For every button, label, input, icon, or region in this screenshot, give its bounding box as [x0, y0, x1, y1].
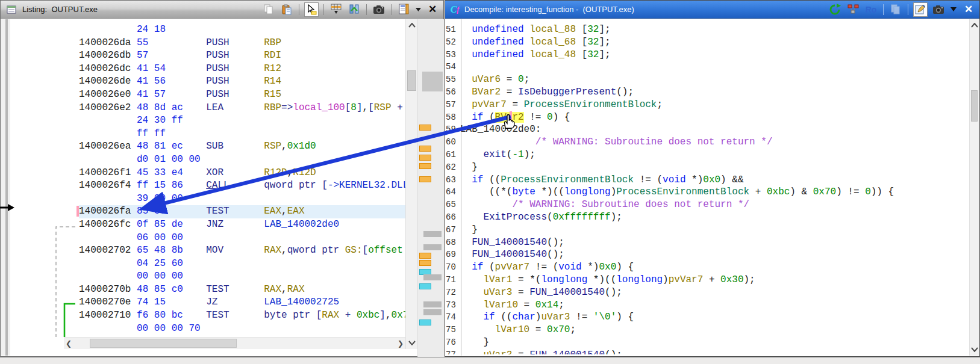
listing-row[interactable]: 06 00 00 — [79, 232, 405, 245]
decompile-title: Decompile: interesting_function - (OUTPU… — [464, 5, 634, 14]
close-icon[interactable]: ✕ — [425, 2, 440, 17]
listing-row[interactable]: 24 30 ff — [79, 114, 405, 128]
overview-marker-bar[interactable] — [417, 19, 444, 357]
overview-mark — [419, 253, 431, 259]
diff-view-icon[interactable] — [347, 2, 361, 17]
listing-row[interactable]: 140002710 f6 80 bc TEST byte ptr [RAX + … — [79, 309, 405, 322]
dropdown-arrow-icon[interactable] — [414, 2, 422, 17]
decompile-line[interactable]: 77 uVar3 = FUN_140001540(); — [446, 349, 970, 354]
edit-icon[interactable] — [913, 2, 928, 17]
decompile-line[interactable]: 62 } — [446, 161, 970, 174]
graph-icon[interactable] — [846, 2, 860, 17]
decompile-titlebar[interactable]: Cf Decompile: interesting_function - (OU… — [445, 1, 979, 19]
text-cursor — [76, 206, 79, 217]
listing-row[interactable]: 04 25 60 — [79, 258, 405, 271]
decompile-line[interactable]: 75 lVar10 = 0x70; — [446, 324, 970, 336]
listing-row[interactable]: 39 00 00 — [79, 193, 405, 206]
listing-row[interactable]: 1400026fc 0f 85 de JNZ LAB_140002de0 — [79, 218, 405, 232]
snapshot-icon[interactable] — [372, 2, 386, 17]
listing-row[interactable]: 1400026dc 41 54 PUSH R12 — [79, 63, 405, 76]
listing-row[interactable]: d0 01 00 00 — [79, 153, 405, 167]
decompile-line[interactable]: 68 FUN_140001540(); — [446, 236, 970, 249]
listing-row[interactable]: 1400026e0 41 57 PUSH R15 — [79, 88, 405, 102]
scroll-right-icon[interactable]: ❯ — [396, 338, 405, 349]
decompile-line[interactable]: 52 undefined local_68 [32]; — [446, 36, 970, 49]
decompile-line[interactable]: 51 undefined local_88 [32]; — [446, 23, 970, 36]
decompile-line[interactable]: 58 if (BVar2 != 0) { — [446, 111, 970, 124]
decompile-line[interactable]: 73 lVar10 = 0x14; — [446, 299, 970, 312]
overview-mark — [423, 309, 442, 315]
decompile-vscrollbar[interactable] — [969, 19, 979, 356]
decompile-line[interactable]: 69 FUN_140001540(); — [446, 248, 970, 261]
listing-titlebar[interactable]: Listing: OUTPUT.exe ✕ — [1, 1, 443, 19]
decompile-line[interactable]: 74 if ((char)uVar3 != '\0') { — [446, 311, 970, 324]
decompile-line[interactable]: 65 /* WARNING: Subroutine does not retur… — [446, 199, 970, 211]
overview-mark — [419, 283, 431, 289]
scroll-up-icon[interactable] — [970, 20, 979, 30]
decompile-line[interactable]: 60 /* WARNING: Subroutine does not retur… — [446, 136, 970, 149]
listing-row[interactable]: 1400026de 41 56 PUSH R14 — [79, 75, 405, 88]
dropdown-arrow-icon[interactable] — [949, 2, 958, 17]
listing-code-area[interactable]: 24 181400026da 55 PUSH RBP1400026db 57 P… — [10, 19, 405, 337]
decompile-line[interactable]: 57 pvVar7 = ProcessEnvironmentBlock; — [446, 99, 970, 111]
re-decompile-icon[interactable] — [828, 2, 842, 17]
decompile-line[interactable]: 61 exit(-1); — [446, 149, 970, 161]
listing-row[interactable]: 1400026fa 85 c0 TEST EAX,EAX — [79, 205, 405, 218]
edit-fields-icon[interactable] — [329, 2, 343, 17]
listing-row[interactable]: 24 18 — [79, 23, 405, 37]
decompile-line[interactable]: 56 BVar2 = IsDebuggerPresent(); — [446, 86, 970, 99]
decompile-line[interactable]: 55 uVar6 = 0; — [446, 73, 970, 86]
decompile-line[interactable]: 67 } — [446, 224, 970, 236]
decompile-line[interactable]: 63 if ((ProcessEnvironmentBlock != (void… — [446, 174, 970, 187]
scrollbar-thumb[interactable] — [407, 70, 416, 91]
listing-row[interactable]: ff ff — [79, 128, 405, 141]
listing-icon — [4, 2, 19, 17]
listing-row[interactable]: 00 00 00 70 — [79, 322, 405, 336]
listing-left-margin — [1, 19, 10, 356]
listing-row[interactable]: 1400026f1 45 33 e4 XOR R12D,R12D — [79, 167, 405, 180]
decompile-line[interactable]: 71 lVar1 = *(longlong *)((longlong)pvVar… — [446, 274, 970, 286]
close-icon[interactable]: ✕ — [961, 2, 976, 17]
decompile-line[interactable]: 70 if (pvVar7 != (void *)0x0) { — [446, 261, 970, 274]
snapshot-icon[interactable] — [931, 2, 946, 17]
listing-row[interactable]: 140002702 65 48 8b MOV RAX,qword ptr GS:… — [79, 244, 405, 258]
listing-row[interactable]: 1400026da 55 PUSH RBP — [79, 37, 405, 50]
listing-row[interactable]: 14000270e 74 15 JZ LAB_140002725 — [79, 296, 405, 309]
overview-mark — [423, 244, 442, 250]
decompile-line[interactable]: 53 undefined local_48 [32]; — [446, 49, 970, 61]
decompile-code-area[interactable]: 51 undefined local_88 [32];52 undefined … — [446, 19, 970, 354]
decompile-line[interactable]: 64 ((*(byte *)((longlong)ProcessEnvironm… — [446, 186, 970, 199]
cursor-mode-icon[interactable] — [304, 2, 319, 17]
decompile-line[interactable]: 76 } — [446, 336, 970, 349]
scrollbar-thumb[interactable] — [971, 90, 978, 122]
overview-mark — [419, 163, 431, 169]
scroll-down-icon[interactable] — [406, 338, 417, 348]
listing-row[interactable]: 14000270b 48 85 c0 TEST RAX,RAX — [79, 283, 405, 297]
decompile-line[interactable]: 72 uVar3 = FUN_140001540(); — [446, 286, 970, 299]
listing-row[interactable]: 1400026ea 48 81 ec SUB RSP,0x1d0 — [79, 140, 405, 153]
listing-hscrollbar[interactable]: ❮ ❯ — [64, 337, 405, 349]
listing-row[interactable]: 00 00 00 — [79, 270, 405, 283]
decompile-line[interactable]: 66 ExitProcess(0xffffffff); — [446, 211, 970, 224]
listing-window: Listing: OUTPUT.exe ✕ — [0, 0, 444, 357]
decompile-window: Cf Decompile: interesting_function - (OU… — [445, 0, 980, 357]
copy-icon[interactable] — [261, 2, 276, 17]
overview-mark — [423, 301, 442, 307]
overview-mark — [423, 231, 442, 237]
copy-icon[interactable] — [888, 2, 903, 17]
scrollbar-thumb[interactable] — [90, 339, 237, 348]
rename-options-label[interactable]: Ro — [864, 2, 878, 17]
margins-icon[interactable] — [396, 2, 411, 17]
paste-icon[interactable] — [279, 2, 294, 17]
decompile-line[interactable]: 54 — [446, 61, 970, 73]
decompiler-icon: Cf — [449, 2, 461, 17]
scroll-up-icon[interactable] — [406, 20, 417, 30]
scroll-left-icon[interactable]: ❮ — [64, 338, 73, 349]
listing-row[interactable]: 1400026db 57 PUSH RDI — [79, 49, 405, 63]
overview-mark — [423, 274, 442, 280]
listing-row[interactable]: 1400026e2 48 8d ac LEA RBP=>local_100[8]… — [79, 102, 405, 115]
listing-vscrollbar[interactable] — [405, 19, 417, 349]
scroll-down-icon[interactable] — [970, 345, 979, 354]
listing-row[interactable]: 1400026f4 ff 15 86 CALL qword ptr [->KER… — [79, 179, 405, 193]
decompile-line[interactable]: 59LAB_140002de0: — [446, 123, 970, 136]
